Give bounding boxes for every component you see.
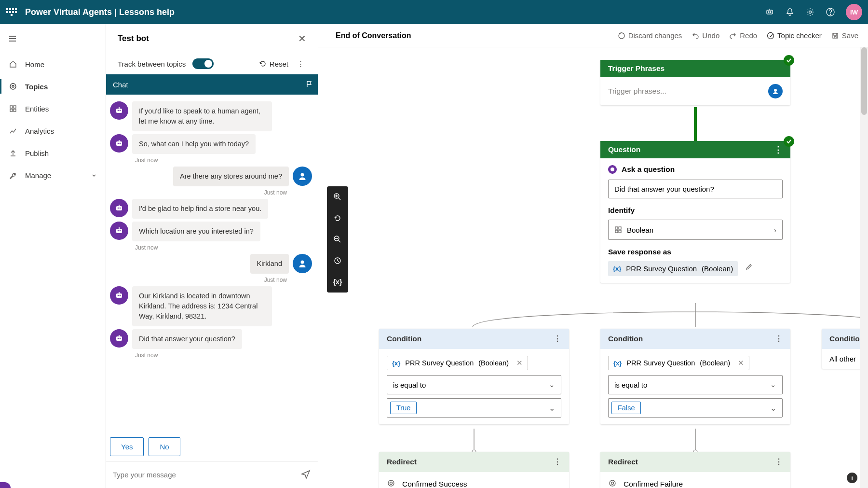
- authoring-canvas[interactable]: Trigger Phrases Trigger phrases... Quest…: [318, 47, 868, 488]
- svg-rect-50: [619, 230, 621, 233]
- svg-rect-8: [10, 106, 13, 108]
- condition-node-true[interactable]: Condition⋮ {x}PRR Survey Question (Boole…: [379, 329, 569, 424]
- bot-avatar-icon: [110, 101, 128, 120]
- svg-point-51: [388, 480, 394, 486]
- identify-select[interactable]: Boolean ›: [608, 220, 783, 240]
- zoom-in-icon[interactable]: [333, 191, 342, 203]
- nav-home[interactable]: Home: [0, 53, 106, 75]
- more-icon[interactable]: ⋮: [295, 59, 306, 68]
- node-menu-icon[interactable]: ⋮: [554, 335, 561, 343]
- chevron-right-icon: ›: [774, 226, 776, 234]
- node-menu-icon[interactable]: ⋮: [554, 458, 561, 466]
- nav-topics[interactable]: Topics: [0, 75, 106, 98]
- nav-entities[interactable]: Entities: [0, 98, 106, 120]
- svg-point-26: [118, 230, 119, 232]
- track-toggle[interactable]: [192, 58, 214, 69]
- discard-button[interactable]: Discard changes: [618, 31, 682, 40]
- checker-icon: [767, 32, 774, 40]
- svg-rect-16: [116, 141, 122, 146]
- svg-point-39: [768, 32, 774, 39]
- zoom-fit-icon[interactable]: [333, 212, 342, 224]
- trigger-placeholder[interactable]: Trigger phrases...: [608, 87, 666, 96]
- canvas-scrollbar[interactable]: [860, 47, 868, 488]
- info-icon[interactable]: i: [847, 473, 857, 483]
- message-bubble: Did that answer your question?: [132, 329, 242, 349]
- edit-icon[interactable]: [745, 264, 753, 272]
- variable-icon: {x}: [392, 360, 400, 367]
- track-label: Track between topics: [118, 60, 186, 68]
- zoom-reset-icon[interactable]: [333, 255, 342, 266]
- redo-button[interactable]: Redo: [729, 31, 757, 40]
- save-button[interactable]: Save: [831, 31, 858, 40]
- send-icon[interactable]: [300, 469, 311, 481]
- node-menu-icon[interactable]: ⋮: [774, 144, 783, 155]
- redirect-node-failure[interactable]: Redirect⋮ Confirmed Failure: [600, 452, 790, 488]
- svg-rect-21: [116, 206, 122, 210]
- variable-chip[interactable]: {x}PRR Survey Question (Boolean)✕: [608, 356, 749, 370]
- redirect-icon: [387, 479, 395, 488]
- svg-point-20: [301, 173, 304, 177]
- remove-icon[interactable]: ✕: [738, 359, 744, 367]
- svg-point-5: [830, 14, 830, 14]
- svg-point-52: [390, 482, 393, 485]
- value-select[interactable]: True⌄: [387, 398, 561, 418]
- svg-point-23: [120, 208, 121, 209]
- svg-point-27: [120, 230, 121, 232]
- operator-select[interactable]: is equal to⌄: [608, 375, 783, 394]
- bot-message-row: So, what can I help you with today?: [110, 134, 312, 154]
- trigger-phrases-node[interactable]: Trigger Phrases Trigger phrases...: [600, 60, 790, 105]
- gear-icon[interactable]: [805, 7, 815, 17]
- operator-select[interactable]: is equal to⌄: [387, 375, 561, 394]
- topic-checker-button[interactable]: Topic checker: [767, 31, 822, 40]
- reset-button[interactable]: Reset: [259, 60, 288, 68]
- svg-point-3: [809, 11, 812, 14]
- svg-rect-37: [119, 335, 120, 336]
- redo-icon: [729, 32, 737, 40]
- app-launcher-icon[interactable]: [6, 6, 17, 18]
- bell-icon[interactable]: [785, 7, 795, 17]
- message-bubble: I'd be glad to help find a store near yo…: [132, 199, 268, 219]
- bot-message-row: Did that answer your question?: [110, 329, 312, 349]
- flag-icon[interactable]: [305, 80, 313, 89]
- svg-rect-9: [14, 106, 16, 108]
- bot-icon[interactable]: [765, 7, 774, 17]
- user-avatar[interactable]: IW: [846, 4, 862, 20]
- svg-point-29: [301, 261, 304, 264]
- undo-button[interactable]: Undo: [692, 31, 719, 40]
- topics-icon: [9, 82, 17, 91]
- close-icon[interactable]: ✕: [298, 33, 306, 44]
- node-menu-icon[interactable]: ⋮: [775, 335, 783, 343]
- nav-analytics[interactable]: Analytics: [0, 120, 106, 142]
- no-button[interactable]: No: [149, 437, 180, 456]
- nav-label: Entities: [25, 105, 49, 113]
- variables-icon[interactable]: {x}: [333, 276, 342, 288]
- svg-point-35: [118, 338, 119, 339]
- analytics-icon: [9, 126, 17, 135]
- bot-message-row: Which location are you interested in?: [110, 222, 312, 241]
- nav-manage[interactable]: Manage: [0, 164, 106, 186]
- node-menu-icon[interactable]: ⋮: [775, 458, 783, 466]
- bot-avatar-icon: [110, 199, 128, 217]
- svg-rect-19: [119, 140, 120, 141]
- message-bubble: Are there any stores around me?: [173, 167, 289, 186]
- remove-icon[interactable]: ✕: [516, 359, 523, 367]
- nav-label: Publish: [25, 149, 49, 157]
- condition-node-false[interactable]: Condition⋮ {x}PRR Survey Question (Boole…: [600, 329, 790, 424]
- question-text-input[interactable]: Did that answer your question?: [608, 180, 783, 198]
- help-icon[interactable]: [826, 7, 835, 17]
- yes-button[interactable]: Yes: [110, 437, 144, 456]
- value-select[interactable]: False⌄: [608, 398, 783, 418]
- home-icon: [9, 60, 17, 69]
- hamburger-icon[interactable]: [3, 29, 22, 48]
- bot-message-row: If you'd like to speak to a human agent,…: [110, 101, 312, 131]
- variable-chip[interactable]: {x} PRR Survey Question (Boolean): [608, 261, 738, 276]
- variable-chip[interactable]: {x}PRR Survey Question (Boolean)✕: [387, 356, 528, 370]
- chat-body[interactable]: If you'd like to speak to a human agent,…: [106, 95, 318, 434]
- question-node[interactable]: Question⋮ Ask a question Did that answer…: [600, 141, 790, 283]
- zoom-out-icon[interactable]: [333, 234, 342, 245]
- entities-icon: [9, 104, 17, 113]
- nav-publish[interactable]: Publish: [0, 142, 106, 164]
- redirect-node-success[interactable]: Redirect⋮ Confirmed Success: [379, 452, 569, 488]
- nav-label: Manage: [25, 171, 51, 180]
- chat-input[interactable]: [113, 471, 300, 479]
